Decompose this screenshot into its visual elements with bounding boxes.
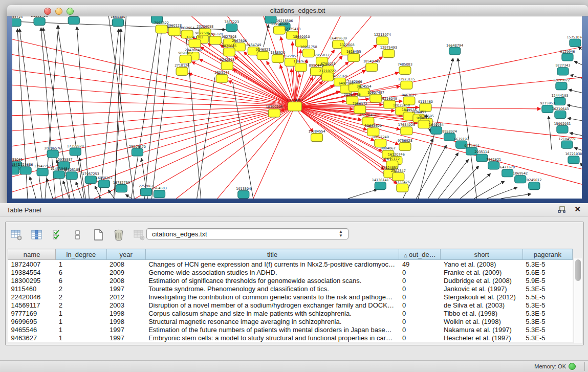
network-node[interactable] xyxy=(322,73,334,81)
network-node[interactable] xyxy=(449,47,461,55)
network-node[interactable] xyxy=(561,141,573,148)
network-node[interactable] xyxy=(221,62,233,70)
column-header-indegree[interactable]: in_degree xyxy=(56,249,106,260)
network-node[interactable] xyxy=(554,98,565,105)
network-node[interactable] xyxy=(383,50,395,58)
close-panel-icon[interactable]: ✕ xyxy=(574,205,581,213)
column-header-title[interactable]: title xyxy=(145,249,399,260)
network-node[interactable] xyxy=(568,156,579,164)
network-node[interactable] xyxy=(570,39,581,47)
network-node[interactable] xyxy=(154,190,165,198)
column-header-year[interactable]: year xyxy=(106,249,145,260)
select-columns-icon[interactable] xyxy=(51,228,64,242)
network-node[interactable] xyxy=(209,36,221,45)
delete-table-icon[interactable] xyxy=(112,228,125,242)
network-node[interactable] xyxy=(223,48,235,56)
node-table-header-row[interactable]: namein_degreeyeartitle△out_de…shortpager… xyxy=(8,249,573,260)
network-node[interactable] xyxy=(557,68,569,75)
network-view-canvas[interactable]: 1055724206914061811503165338016033809785… xyxy=(12,16,582,199)
network-node[interactable] xyxy=(20,167,31,174)
network-node[interactable] xyxy=(430,126,442,134)
table-row[interactable]: 1456911722003Disruption of a novel membe… xyxy=(8,301,573,309)
network-node[interactable] xyxy=(37,168,48,176)
column-header-pagerank[interactable]: pagerank xyxy=(522,249,572,260)
network-node[interactable] xyxy=(515,176,526,183)
table-column-icon[interactable] xyxy=(30,228,43,242)
network-node[interactable] xyxy=(375,182,386,190)
network-node[interactable] xyxy=(272,55,284,63)
network-node[interactable] xyxy=(140,188,151,196)
network-node[interactable] xyxy=(68,16,79,24)
status-bar: Memory: OK xyxy=(0,360,588,372)
table-row[interactable]: 969969511998Structural magnetic resonanc… xyxy=(8,317,573,325)
network-node[interactable] xyxy=(34,17,45,25)
network-node[interactable] xyxy=(397,184,408,192)
svg-text:1964503: 1964503 xyxy=(152,186,167,190)
table-row[interactable]: 946362711997Embryonic stem cells: a mode… xyxy=(8,334,573,342)
network-node[interactable] xyxy=(370,94,382,102)
network-node[interactable] xyxy=(529,182,540,190)
network-node[interactable] xyxy=(168,28,180,36)
network-node[interactable] xyxy=(488,162,499,169)
column-header-short[interactable]: short xyxy=(441,249,522,260)
float-panel-icon[interactable] xyxy=(558,206,565,213)
table-row[interactable]: 911546021997Tourette syndrome. Phenomeno… xyxy=(8,285,573,293)
import-table-icon[interactable] xyxy=(133,228,146,242)
network-node[interactable] xyxy=(502,169,513,177)
network-node[interactable] xyxy=(555,111,566,118)
network-node[interactable] xyxy=(399,143,411,151)
table-row[interactable]: 977716911998Corpus callosum shape and si… xyxy=(8,309,573,317)
network-node[interactable] xyxy=(557,125,568,133)
column-header-outde[interactable]: △out_de… xyxy=(399,249,441,260)
network-node[interactable] xyxy=(399,66,411,74)
network-node[interactable] xyxy=(112,18,123,26)
network-node[interactable] xyxy=(562,53,573,61)
table-row[interactable]: 2242004622012Investigating the contribut… xyxy=(8,293,573,301)
network-node[interactable] xyxy=(66,172,77,180)
network-node[interactable] xyxy=(556,82,567,90)
network-node[interactable] xyxy=(268,109,280,117)
network-node[interactable] xyxy=(189,39,201,48)
network-node[interactable] xyxy=(47,150,58,158)
network-select-dropdown[interactable]: citations_edges.txt ▲▼ xyxy=(146,228,349,239)
memory-ok-icon[interactable] xyxy=(569,363,576,370)
svg-text:12444193: 12444193 xyxy=(551,94,568,98)
new-table-icon[interactable] xyxy=(92,228,105,242)
network-node[interactable] xyxy=(295,63,307,71)
network-node[interactable] xyxy=(85,176,96,184)
network-node[interactable] xyxy=(116,185,127,192)
network-window-titlebar[interactable]: citations_edges.txt xyxy=(7,5,588,16)
table-row[interactable]: 946554611997Estimation of the future num… xyxy=(8,325,573,334)
network-node[interactable] xyxy=(98,180,110,188)
column-header-name[interactable]: name xyxy=(8,249,56,260)
network-node[interactable] xyxy=(348,54,360,62)
network-node[interactable] xyxy=(216,74,228,82)
network-node[interactable] xyxy=(12,167,19,174)
table-row[interactable]: 1872400712008Changes of HCN gene express… xyxy=(8,260,573,269)
network-node[interactable] xyxy=(311,134,323,142)
network-node[interactable] xyxy=(226,24,237,31)
network-node[interactable] xyxy=(257,52,269,60)
network-node[interactable] xyxy=(132,148,143,156)
network-node[interactable] xyxy=(401,127,412,135)
node-table[interactable]: namein_degreeyeartitle△out_de…shortpager… xyxy=(8,249,573,342)
table-vertical-scrollbar[interactable] xyxy=(574,258,582,343)
network-node[interactable] xyxy=(354,105,366,114)
network-node[interactable] xyxy=(176,67,188,75)
table-row[interactable]: 1830029562008Estimation of significance … xyxy=(8,276,573,285)
network-node[interactable] xyxy=(12,18,21,26)
network-node[interactable] xyxy=(303,49,315,57)
network-node[interactable] xyxy=(418,120,430,128)
network-node[interactable] xyxy=(180,55,191,63)
table-row[interactable]: 1938455462009Genome-wide association stu… xyxy=(8,268,573,276)
network-node[interactable] xyxy=(156,25,167,33)
scrollbar-thumb[interactable] xyxy=(575,259,581,281)
network-node[interactable] xyxy=(377,37,388,45)
network-node[interactable] xyxy=(70,148,81,156)
row-height-icon[interactable] xyxy=(71,228,84,242)
network-node[interactable] xyxy=(288,102,301,111)
network-node[interactable] xyxy=(401,81,412,89)
table-settings-icon[interactable] xyxy=(10,228,23,242)
network-node[interactable] xyxy=(238,191,249,199)
network-node[interactable] xyxy=(366,63,378,71)
